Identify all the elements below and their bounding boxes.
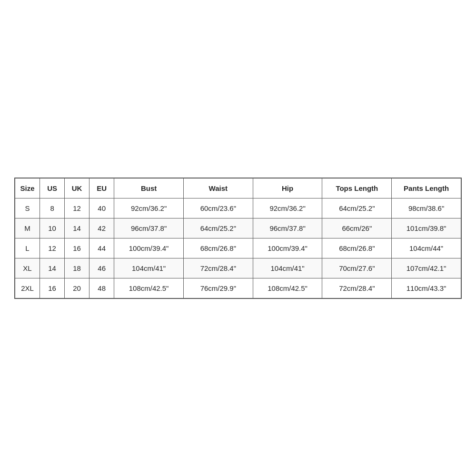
- header-size: Size: [15, 178, 40, 198]
- table-cell: 8: [40, 198, 65, 218]
- header-uk: UK: [65, 178, 89, 198]
- header-pants-length: Pants Length: [392, 178, 461, 198]
- table-cell: 98cm/38.6": [392, 198, 461, 218]
- table-cell: 16: [65, 238, 89, 258]
- table-cell: 16: [40, 278, 65, 298]
- table-row: XL141846104cm/41"72cm/28.4"104cm/41"70cm…: [15, 258, 461, 278]
- table-cell: 92cm/36.2": [253, 198, 322, 218]
- table-cell: 104cm/41": [253, 258, 322, 278]
- table-cell: 64cm/25.2": [183, 218, 253, 238]
- table-cell: 100cm/39.4": [253, 238, 322, 258]
- table-cell: 68cm/26.8": [322, 238, 392, 258]
- table-cell: 70cm/27.6": [322, 258, 392, 278]
- table-cell: 104cm/44": [392, 238, 461, 258]
- table-cell: 96cm/37.8": [114, 218, 184, 238]
- table-cell: 68cm/26.8": [183, 238, 253, 258]
- table-row: M10144296cm/37.8"64cm/25.2"96cm/37.8"66c…: [15, 218, 461, 238]
- table-cell: 108cm/42.5": [253, 278, 322, 298]
- table-cell: 72cm/28.4": [322, 278, 392, 298]
- table-cell: 20: [65, 278, 89, 298]
- table-cell: XL: [15, 258, 40, 278]
- table-cell: 72cm/28.4": [183, 258, 253, 278]
- table-cell: 107cm/42.1": [392, 258, 461, 278]
- table-cell: 108cm/42.5": [114, 278, 184, 298]
- table-row: 2XL162048108cm/42.5"76cm/29.9"108cm/42.5…: [15, 278, 461, 298]
- header-bust: Bust: [114, 178, 184, 198]
- table-cell: 18: [65, 258, 89, 278]
- table-cell: 110cm/43.3": [392, 278, 461, 298]
- table-cell: 100cm/39.4": [114, 238, 184, 258]
- table-cell: L: [15, 238, 40, 258]
- table-cell: 40: [89, 198, 114, 218]
- table-cell: 10: [40, 218, 65, 238]
- table-cell: 12: [65, 198, 89, 218]
- table-cell: 60cm/23.6": [183, 198, 253, 218]
- table-cell: 101cm/39.8": [392, 218, 461, 238]
- table-header-row: Size US UK EU Bust Waist Hip Tops Length…: [15, 178, 461, 198]
- size-chart-container: Size US UK EU Bust Waist Hip Tops Length…: [14, 178, 462, 299]
- table-cell: 12: [40, 238, 65, 258]
- table-cell: 64cm/25.2": [322, 198, 392, 218]
- header-us: US: [40, 178, 65, 198]
- table-row: L121644100cm/39.4"68cm/26.8"100cm/39.4"6…: [15, 238, 461, 258]
- size-chart-table: Size US UK EU Bust Waist Hip Tops Length…: [15, 178, 461, 298]
- table-cell: 46: [89, 258, 114, 278]
- table-cell: 2XL: [15, 278, 40, 298]
- table-cell: 66cm/26": [322, 218, 392, 238]
- table-cell: 48: [89, 278, 114, 298]
- table-cell: 42: [89, 218, 114, 238]
- table-cell: 92cm/36.2": [114, 198, 184, 218]
- table-cell: 104cm/41": [114, 258, 184, 278]
- header-waist: Waist: [183, 178, 253, 198]
- header-tops-length: Tops Length: [322, 178, 392, 198]
- table-cell: M: [15, 218, 40, 238]
- table-row: S8124092cm/36.2"60cm/23.6"92cm/36.2"64cm…: [15, 198, 461, 218]
- table-cell: 14: [65, 218, 89, 238]
- table-cell: 96cm/37.8": [253, 218, 322, 238]
- table-cell: S: [15, 198, 40, 218]
- header-eu: EU: [89, 178, 114, 198]
- table-cell: 76cm/29.9": [183, 278, 253, 298]
- table-cell: 14: [40, 258, 65, 278]
- table-cell: 44: [89, 238, 114, 258]
- header-hip: Hip: [253, 178, 322, 198]
